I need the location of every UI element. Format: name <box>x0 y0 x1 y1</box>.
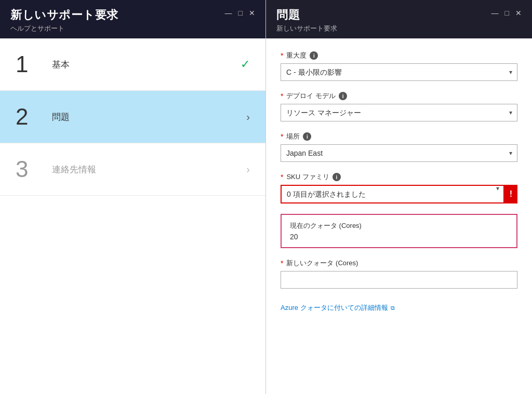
right-panel-subtitle: 新しいサポート要求 <box>276 24 337 33</box>
new-quota-label: * 新しいクォータ (Cores) <box>281 259 517 268</box>
azure-quota-link[interactable]: Azure クォータに付いての詳細情報 ⧉ <box>281 303 395 313</box>
deploy-model-select[interactable]: リソース マネージャー <box>281 104 517 121</box>
sku-family-select-wrapper: 0 項目が選択されました ▾ ! <box>281 185 517 203</box>
current-quota-label: 現在のクォータ (Cores) <box>290 221 508 230</box>
left-panel-titles: 新しいサポート要求 ヘルプとサポート <box>10 7 118 33</box>
left-close-button[interactable]: ✕ <box>249 9 255 17</box>
external-link-icon: ⧉ <box>391 305 395 311</box>
location-label: * 場所 i <box>281 132 517 141</box>
new-quota-input[interactable] <box>281 271 517 289</box>
right-minimize-button[interactable]: — <box>491 9 499 17</box>
right-panel-titles: 問題 新しいサポート要求 <box>276 7 337 33</box>
left-panel-title: 新しいサポート要求 <box>10 7 118 23</box>
location-info-icon[interactable]: i <box>303 132 311 141</box>
left-panel: 新しいサポート要求 ヘルプとサポート — □ ✕ 1 基本 ✓ 2 問題 › 3… <box>0 0 266 394</box>
severity-label-text: 重大度 <box>286 51 307 60</box>
severity-label: * 重大度 i <box>281 51 517 60</box>
right-panel: 問題 新しいサポート要求 — □ ✕ * 重大度 i C - 最小限の影響 ▾ <box>266 0 532 394</box>
severity-info-icon[interactable]: i <box>310 51 318 60</box>
location-select-wrapper: Japan East ▾ <box>281 144 517 162</box>
step-1-label: 基本 <box>52 59 241 71</box>
step-3-label: 連絡先情報 <box>52 164 246 175</box>
new-quota-required-star: * <box>281 259 283 267</box>
sku-family-label-text: SKU ファミリ <box>286 172 329 182</box>
sku-family-error-badge: ! <box>504 185 517 203</box>
severity-select-wrapper: C - 最小限の影響 ▾ <box>281 63 517 81</box>
sku-family-label: * SKU ファミリ i <box>281 172 517 182</box>
current-quota-box: 現在のクォータ (Cores) 20 <box>281 214 517 248</box>
severity-field-group: * 重大度 i C - 最小限の影響 ▾ <box>281 51 517 81</box>
step-3-number: 3 <box>16 158 47 181</box>
step-3-arrow-icon: › <box>246 164 250 175</box>
steps-container: 1 基本 ✓ 2 問題 › 3 連絡先情報 › <box>0 38 265 394</box>
location-label-text: 場所 <box>286 132 300 141</box>
sku-family-required-star: * <box>281 173 283 181</box>
deploy-model-required-star: * <box>281 92 283 100</box>
right-window-controls: — □ ✕ <box>491 9 522 17</box>
right-maximize-button[interactable]: □ <box>505 9 509 17</box>
right-header: 問題 新しいサポート要求 — □ ✕ <box>266 0 532 38</box>
step-1-check-icon: ✓ <box>241 58 250 71</box>
deploy-model-field-group: * デプロイ モデル i リソース マネージャー ▾ <box>281 91 517 121</box>
severity-required-star: * <box>281 51 283 60</box>
right-panel-title: 問題 <box>276 7 337 23</box>
right-close-button[interactable]: ✕ <box>515 9 522 17</box>
step-2-item[interactable]: 2 問題 › <box>0 91 265 143</box>
step-2-number: 2 <box>16 105 47 128</box>
right-content: * 重大度 i C - 最小限の影響 ▾ * デプロイ モデル i リソース マ… <box>266 38 532 394</box>
azure-quota-link-text: Azure クォータに付いての詳細情報 <box>281 303 388 313</box>
new-quota-label-text: 新しいクォータ (Cores) <box>286 259 358 268</box>
left-window-controls: — □ ✕ <box>225 9 255 17</box>
left-header: 新しいサポート要求 ヘルプとサポート — □ ✕ <box>0 0 265 38</box>
step-1-item[interactable]: 1 基本 ✓ <box>0 38 265 91</box>
deploy-model-label: * デプロイ モデル i <box>281 91 517 101</box>
current-quota-value: 20 <box>290 233 508 241</box>
location-required-star: * <box>281 132 283 141</box>
deploy-model-info-icon[interactable]: i <box>339 92 347 100</box>
new-quota-field-group: * 新しいクォータ (Cores) <box>281 259 517 289</box>
severity-select[interactable]: C - 最小限の影響 <box>281 63 517 81</box>
sku-family-select[interactable]: 0 項目が選択されました <box>281 185 504 203</box>
step-3-item[interactable]: 3 連絡先情報 › <box>0 143 265 196</box>
location-select[interactable]: Japan East <box>281 144 517 162</box>
left-minimize-button[interactable]: — <box>225 9 232 17</box>
deploy-model-select-wrapper: リソース マネージャー ▾ <box>281 104 517 121</box>
step-2-label: 問題 <box>52 111 246 123</box>
sku-family-info-icon[interactable]: i <box>332 173 341 181</box>
left-maximize-button[interactable]: □ <box>238 9 243 17</box>
deploy-model-label-text: デプロイ モデル <box>286 91 336 101</box>
step-1-number: 1 <box>16 53 47 76</box>
step-2-arrow-icon: › <box>246 111 250 123</box>
left-panel-subtitle: ヘルプとサポート <box>10 24 118 33</box>
sku-family-field-group: * SKU ファミリ i 0 項目が選択されました ▾ ! <box>281 172 517 203</box>
location-field-group: * 場所 i Japan East ▾ <box>281 132 517 162</box>
